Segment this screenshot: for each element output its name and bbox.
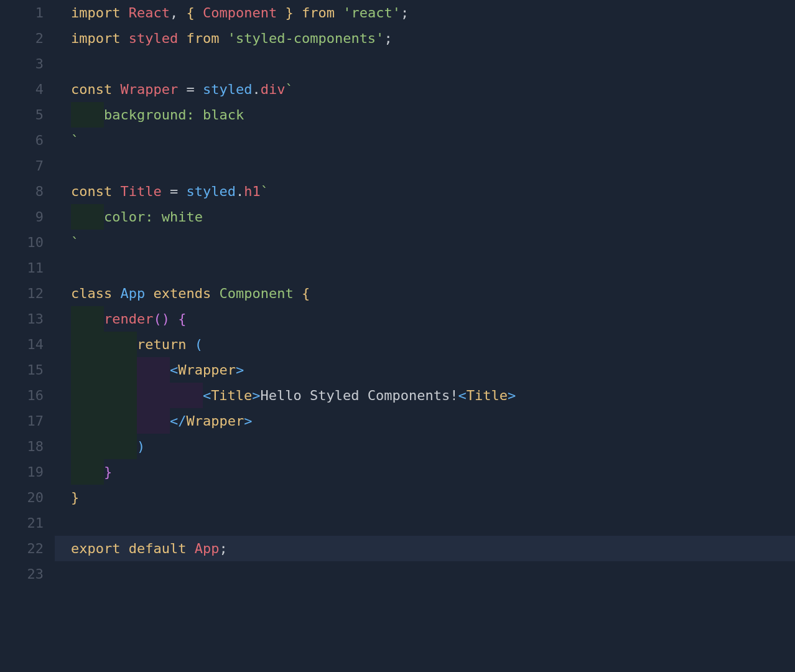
line-number: 5: [0, 102, 44, 128]
line-number: 21: [0, 510, 44, 536]
line-number: 13: [0, 306, 44, 332]
token-paren: ): [137, 439, 145, 454]
indent-guide: [137, 357, 170, 383]
line-number: 3: [0, 51, 44, 77]
token-keyword: default: [129, 541, 187, 556]
indent-guide: [104, 408, 137, 434]
code-line[interactable]: render() {: [71, 306, 795, 332]
line-number: 14: [0, 332, 44, 357]
token-keyword: import: [71, 30, 120, 46]
token-class-name: Component: [219, 286, 293, 301]
token-brace: {: [302, 286, 310, 301]
indent-guide: [137, 383, 170, 408]
code-line[interactable]: import React, { Component } from 'react'…: [71, 0, 795, 26]
code-line[interactable]: const Title = styled.h1`: [71, 179, 795, 204]
token-string: 'styled-components': [228, 30, 384, 46]
token-keyword: from: [302, 5, 335, 21]
token-punctuation: .: [236, 184, 244, 199]
indent-guide: [71, 383, 104, 408]
code-line[interactable]: ): [71, 434, 795, 459]
indent-guide: [104, 357, 137, 383]
token-operator: =: [186, 82, 194, 97]
token-jsx-bracket: >: [244, 413, 252, 429]
line-number: 2: [0, 26, 44, 51]
code-line[interactable]: <Wrapper>: [71, 357, 795, 383]
token-punctuation: ,: [170, 5, 178, 21]
indent-guide: [71, 102, 104, 128]
line-number: 15: [0, 357, 44, 383]
line-number: 10: [0, 230, 44, 255]
code-line[interactable]: `: [71, 128, 795, 153]
code-line[interactable]: [71, 153, 795, 179]
token-identifier: React: [129, 5, 170, 21]
line-number: 17: [0, 408, 44, 434]
line-number: 19: [0, 459, 44, 485]
code-line[interactable]: return (: [71, 332, 795, 357]
token-string: 'react': [343, 5, 401, 21]
indent-guide: [137, 408, 170, 434]
line-number: 1: [0, 0, 44, 26]
token-jsx-bracket: >: [508, 388, 516, 403]
token-jsx-bracket: >: [236, 362, 244, 378]
token-paren: (: [195, 337, 203, 352]
line-number: 6: [0, 128, 44, 153]
token-jsx-bracket: <: [170, 362, 178, 378]
code-line[interactable]: [71, 561, 795, 587]
indent-guide: [71, 459, 104, 485]
token-punctuation: ;: [219, 541, 227, 556]
code-line[interactable]: import styled from 'styled-components';: [71, 26, 795, 51]
token-jsx-bracket: <: [458, 388, 467, 403]
token-identifier: Component: [203, 5, 277, 21]
token-jsx-text: Hello Styled Components!: [261, 388, 458, 403]
code-line[interactable]: background: black: [71, 102, 795, 128]
indent-guide: [71, 434, 104, 459]
token-paren: (): [153, 311, 170, 327]
token-brace: {: [178, 311, 186, 327]
indent-guide: [104, 332, 137, 357]
line-number-gutter: 1 2 3 4 5 6 7 8 9 10 11 12 13 14 15 16 1…: [0, 0, 55, 672]
code-line[interactable]: }: [71, 459, 795, 485]
token-css: color: white: [104, 209, 203, 225]
line-number: 9: [0, 204, 44, 230]
token-jsx-tag: Wrapper: [178, 362, 236, 378]
token-class-name: App: [120, 286, 145, 301]
token-operator: =: [170, 184, 178, 199]
indent-guide: [170, 383, 203, 408]
token-jsx-bracket: <: [203, 388, 211, 403]
token-jsx-bracket: </: [170, 413, 187, 429]
code-area[interactable]: import React, { Component } from 'react'…: [55, 0, 795, 672]
code-line-active[interactable]: export default App;: [71, 536, 795, 561]
token-template: `: [71, 235, 79, 250]
line-number: 4: [0, 77, 44, 102]
code-line[interactable]: [71, 255, 795, 281]
code-line[interactable]: class App extends Component {: [71, 281, 795, 306]
code-line[interactable]: `: [71, 230, 795, 255]
token-keyword: extends: [153, 286, 211, 301]
code-line[interactable]: color: white: [71, 204, 795, 230]
code-line[interactable]: </Wrapper>: [71, 408, 795, 434]
token-identifier: div: [261, 82, 286, 97]
indent-guide: [71, 332, 104, 357]
indent-guide: [104, 383, 137, 408]
code-line[interactable]: [71, 510, 795, 536]
token-brace: }: [71, 490, 79, 505]
token-brace: }: [285, 5, 293, 21]
token-function-name: render: [104, 311, 153, 327]
code-line[interactable]: const Wrapper = styled.div`: [71, 77, 795, 102]
indent-guide: [71, 306, 104, 332]
code-editor[interactable]: 1 2 3 4 5 6 7 8 9 10 11 12 13 14 15 16 1…: [0, 0, 795, 672]
token-jsx-tag: Wrapper: [186, 413, 244, 429]
token-keyword: import: [71, 5, 120, 21]
token-identifier: h1: [244, 184, 261, 199]
code-line[interactable]: [71, 51, 795, 77]
token-template: `: [285, 82, 293, 97]
token-keyword: class: [71, 286, 112, 301]
line-number: 12: [0, 281, 44, 306]
code-line[interactable]: <Title>Hello Styled Components!<Title>: [71, 383, 795, 408]
token-brace: {: [186, 5, 194, 21]
token-identifier: Title: [120, 184, 161, 199]
token-punctuation: .: [252, 82, 260, 97]
code-line[interactable]: }: [71, 485, 795, 510]
line-number: 7: [0, 153, 44, 179]
token-keyword: return: [137, 337, 186, 352]
